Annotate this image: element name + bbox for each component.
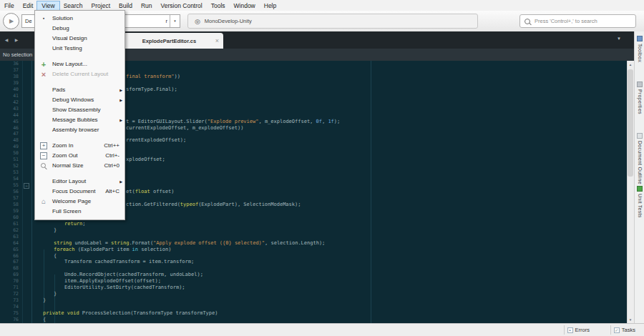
menu-item-full-screen[interactable]: Full Screen [35, 207, 125, 217]
code-line-66: 66{ [0, 253, 627, 260]
menubar-item-build[interactable]: Build [114, 1, 137, 10]
menu-item-solution[interactable]: Solution [35, 14, 125, 24]
menubar-item-version-control[interactable]: Version Control [157, 1, 207, 10]
dock-tab-document-outline[interactable]: Document Outline [635, 133, 644, 184]
line-number: 43 [0, 106, 19, 112]
nav-forward-button[interactable]: ▶ [12, 35, 21, 44]
submenu-arrow-icon: ▶ [119, 115, 122, 125]
code-line-72: 72} [0, 291, 627, 297]
line-number: 71 [0, 285, 19, 291]
menu-shortcut: Ctrl++ [104, 141, 119, 151]
menu-item-editor-layout[interactable]: Editor Layout▶ [35, 177, 125, 187]
dock-tab-unit-tests[interactable]: Unit Tests [635, 186, 644, 218]
line-number: 57 [0, 195, 19, 202]
menubar-item-run[interactable]: Run [137, 1, 157, 10]
menubar-item-tools[interactable]: Tools [207, 1, 230, 10]
menu-item-label: Editor Layout [52, 178, 86, 184]
zoom-in-icon [39, 141, 49, 151]
line-number: 49 [0, 144, 19, 150]
menubar-item-view[interactable]: View [37, 1, 59, 10]
line-number: 46 [0, 125, 19, 132]
plus-icon [39, 59, 49, 69]
target-circle-icon [195, 18, 200, 25]
line-number: 74 [0, 304, 19, 310]
line-number: 75 [0, 310, 19, 317]
code-text: t = EditorGUILayout.Slider("Explode prev… [126, 119, 340, 125]
menu-item-label: Debug [52, 25, 69, 31]
fold-marker-icon[interactable]: − [24, 183, 29, 189]
scroll-up-icon[interactable]: ▲ [627, 61, 634, 68]
menubar-item-file[interactable]: File [0, 1, 19, 10]
menu-item-debug[interactable]: Debug [35, 24, 125, 34]
line-number: 62 [0, 227, 19, 234]
search-input[interactable] [533, 17, 635, 25]
close-icon[interactable]: × [215, 37, 219, 44]
menu-item-visual-design[interactable]: Visual Design [35, 34, 125, 44]
tasks-button[interactable]: Tasks [610, 325, 638, 335]
menu-item-zoom-in[interactable]: Zoom InCtrl++ [35, 141, 125, 151]
right-dock-strip: ToolboxPropertiesDocument OutlineUnit Te… [634, 31, 644, 323]
menu-item-unit-testing[interactable]: Unit Testing [35, 44, 125, 54]
code-text: et(float offset) [126, 189, 174, 195]
submenu-arrow-icon: ▶ [119, 85, 122, 95]
menubar-item-project[interactable]: Project [87, 1, 114, 10]
menu-item-focus-document[interactable]: Focus DocumentAlt+C [35, 187, 125, 197]
menu-item-welcome-page[interactable]: Welcome Page [35, 197, 125, 207]
code-line-73: 73} [0, 297, 627, 304]
view-menu-dropdown: SolutionDebugVisual DesignUnit TestingNe… [34, 10, 125, 220]
tab-explodeparteditor[interactable]: ExplodePartEditor.cs × [123, 33, 223, 49]
scroll-down-icon[interactable]: ▼ [627, 316, 634, 323]
menu-item-label: Show Disassembly [52, 107, 101, 113]
code-text: xplodeOffset; [126, 157, 165, 163]
menu-item-pads[interactable]: Pads▶ [35, 85, 125, 95]
menubar-item-edit[interactable]: Edit [19, 1, 38, 10]
search-icon [525, 19, 530, 24]
line-number: 51 [0, 157, 19, 163]
menu-item-label: Assembly browser [52, 127, 99, 133]
magnifier-icon [39, 161, 49, 171]
code-line-70: 70item.ApplyExplodeOffset(offset); [0, 278, 627, 285]
scrollbar-thumb[interactable] [628, 69, 633, 177]
menu-item-zoom-out[interactable]: Zoom OutCtrl+- [35, 151, 125, 161]
submenu-arrow-icon: ▶ [119, 177, 122, 187]
menu-item-message-bubbles[interactable]: Message Bubbles▶ [35, 115, 125, 125]
code-text: rrentExplodeOffset); [126, 137, 186, 144]
dock-tab-toolbox[interactable]: Toolbox [635, 36, 644, 62]
dock-tab-properties[interactable]: Properties [635, 81, 644, 114]
line-number: 47 [0, 131, 19, 137]
line-number: 37 [0, 67, 19, 74]
code-text: } [54, 291, 57, 297]
menubar-item-search[interactable]: Search [59, 1, 87, 10]
properties-icon [637, 81, 643, 87]
code-text: item.ApplyExplodeOffset(offset); [64, 278, 161, 285]
line-number: 64 [0, 240, 19, 247]
unit-tests-icon [637, 186, 643, 192]
code-text: { [54, 253, 57, 260]
tab-label: ExplodePartEditor.cs [123, 38, 215, 44]
code-text: } [54, 227, 57, 234]
code-text: foreach (ExplodePart item in selection) [54, 247, 171, 253]
menu-item-debug-windows[interactable]: Debug Windows▶ [35, 95, 125, 105]
nav-back-button[interactable]: ◀ [2, 35, 11, 44]
chevron-down-icon[interactable] [170, 15, 180, 27]
menubar-item-window[interactable]: Window [230, 1, 260, 10]
errors-label: Errors [575, 327, 590, 333]
menu-item-label: Full Screen [52, 208, 81, 214]
menu-item-assembly-browser[interactable]: Assembly browser [35, 125, 125, 135]
menu-item-label: Solution [52, 15, 73, 21]
run-button[interactable] [3, 13, 19, 29]
config-combo-text: De [25, 18, 32, 24]
search-box[interactable] [519, 14, 636, 28]
menubar-item-help[interactable]: Help [260, 1, 280, 10]
menu-item-new-layout[interactable]: New Layout... [35, 59, 125, 69]
menu-item-show-disassembly[interactable]: Show Disassembly [35, 105, 125, 115]
line-number: 52 [0, 163, 19, 169]
code-line-65: 65foreach (ExplodePart item in selection… [0, 247, 627, 253]
menu-item-normal-size[interactable]: Normal SizeCtrl+0 [35, 161, 125, 171]
dock-tab-label: Properties [638, 89, 643, 114]
tab-overflow-chevron-down-icon[interactable]: ▼ [617, 36, 621, 41]
status-pill-label: MonoDevelop-Unity [205, 18, 252, 24]
tasks-icon [614, 327, 620, 333]
errors-button[interactable]: Errors [564, 325, 592, 335]
menu-item-label: Zoom Out [52, 152, 78, 159]
